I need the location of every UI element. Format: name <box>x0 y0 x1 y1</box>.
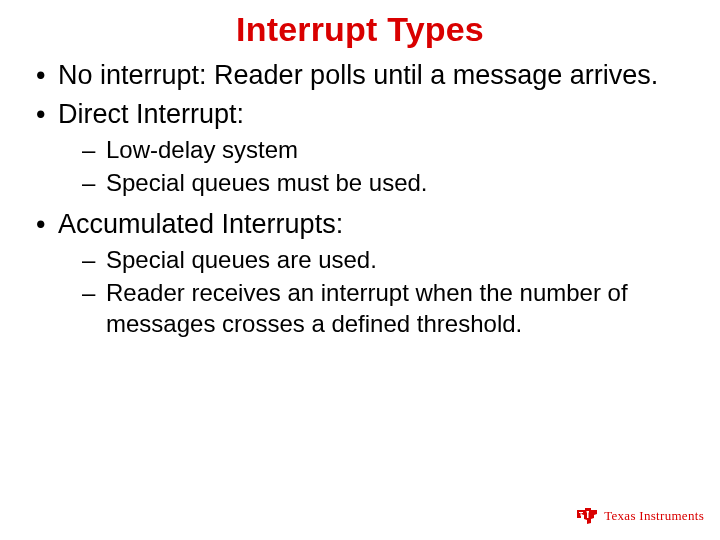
ti-logo-text: Texas Instruments <box>604 508 704 524</box>
bullet-item: Accumulated Interrupts: Special queues a… <box>30 208 690 339</box>
svg-rect-3 <box>587 511 590 513</box>
bullet-text: Direct Interrupt: <box>58 99 244 129</box>
slide: Interrupt Types No interrupt: Reader pol… <box>0 0 720 540</box>
ti-chip-icon <box>576 508 598 524</box>
slide-title: Interrupt Types <box>0 0 720 49</box>
svg-rect-1 <box>581 512 582 516</box>
bullet-item: No interrupt: Reader polls until a messa… <box>30 59 690 92</box>
sub-list: Special queues are used. Reader receives… <box>58 245 690 339</box>
sub-item: Low-delay system <box>58 135 690 166</box>
slide-body: No interrupt: Reader polls until a messa… <box>0 49 720 339</box>
sub-item: Special queues are used. <box>58 245 690 276</box>
sub-item: Special queues must be used. <box>58 168 690 199</box>
bullet-item: Direct Interrupt: Low-delay system Speci… <box>30 98 690 198</box>
sub-list: Low-delay system Special queues must be … <box>58 135 690 198</box>
bullet-list: No interrupt: Reader polls until a messa… <box>30 59 690 339</box>
sub-item: Reader receives an interrupt when the nu… <box>58 278 690 339</box>
bullet-text: Accumulated Interrupts: <box>58 209 343 239</box>
ti-logo: Texas Instruments <box>576 508 704 524</box>
